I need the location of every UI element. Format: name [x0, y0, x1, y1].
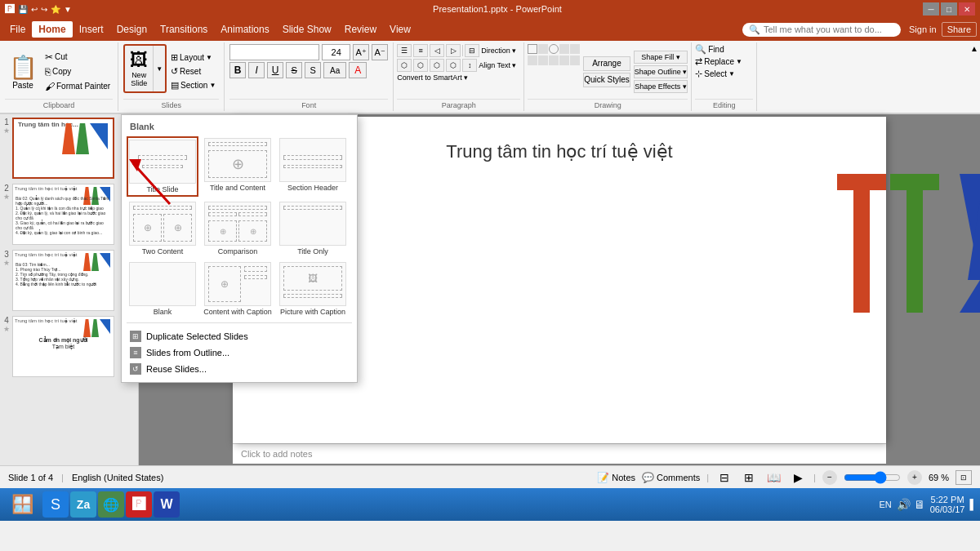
copy-btn[interactable]: ⎘ Copy [42, 65, 113, 78]
layout-blank[interactable]: Blank [127, 260, 198, 318]
menu-view[interactable]: View [383, 21, 417, 38]
sign-in-btn[interactable]: Sign in [909, 24, 937, 34]
shape4[interactable] [559, 44, 569, 54]
layout-action-outline[interactable]: ≡ Slides from Outline... [127, 344, 352, 361]
taskbar-zalo[interactable]: Za [70, 491, 96, 518]
view-reading-btn[interactable]: 📖 [764, 469, 782, 486]
slide-thumb-3[interactable]: 3 ★ Trung tâm tin học trí tuệ việt Bài 0… [3, 250, 135, 311]
zoom-in-btn[interactable]: + [907, 470, 922, 485]
paste-btn[interactable]: 📋 Paste [5, 44, 41, 99]
align-text-btn[interactable]: Align Text ▾ [479, 61, 516, 69]
align-center-btn[interactable]: ⬡ [413, 59, 428, 72]
menu-animations[interactable]: Animations [214, 21, 275, 38]
collapse-ribbon-btn[interactable]: ▲ [969, 42, 980, 54]
menu-transitions[interactable]: Transitions [154, 21, 214, 38]
shape-circle[interactable] [549, 44, 559, 54]
menu-file[interactable]: File [3, 21, 32, 38]
zoom-out-btn[interactable]: − [822, 470, 837, 485]
decrease-font-btn[interactable]: A⁻ [372, 44, 388, 60]
layout-section-header[interactable]: Section Header [277, 136, 349, 197]
shape-rect[interactable] [528, 44, 537, 54]
quick-styles-btn[interactable]: Quick Styles [583, 73, 630, 87]
zoom-slider[interactable] [844, 471, 901, 484]
new-slide-dropdown[interactable]: ▼ [154, 46, 165, 91]
share-btn[interactable]: Share [942, 22, 977, 37]
layout-btn[interactable]: ⊞ Layout ▼ [168, 51, 218, 64]
font-size-input[interactable] [322, 44, 350, 60]
shape9[interactable] [559, 56, 569, 65]
arrange-btn[interactable]: Arrange [583, 56, 630, 71]
slide-thumb-2[interactable]: 2 ★ Trung tâm tin học trí tuệ việt Bài 0… [3, 184, 135, 245]
close-btn[interactable]: ✕ [959, 2, 975, 16]
comments-btn[interactable]: 💬 Comments [642, 472, 700, 483]
align-left-btn[interactable]: ⬡ [397, 59, 412, 72]
slide-canvas-1[interactable]: Trung tâm tin học... [12, 118, 114, 179]
menu-home[interactable]: Home [32, 21, 72, 38]
cut-btn[interactable]: ✂ Cut [42, 51, 113, 64]
menu-review[interactable]: Review [338, 21, 383, 38]
show-desktop-btn[interactable]: ▌ [969, 499, 977, 510]
shape5[interactable] [570, 44, 580, 54]
layout-action-reuse[interactable]: ↺ Reuse Slides... [127, 361, 352, 377]
format-painter-btn[interactable]: 🖌 Format Painter [42, 80, 113, 93]
slide-notes-area[interactable]: Click to add notes [233, 443, 886, 464]
slide-canvas-2[interactable]: Trung tâm tin học trí tuệ việt Bài 02: Q… [12, 184, 114, 245]
quick-redo[interactable]: ↪ [41, 5, 47, 14]
reset-btn[interactable]: ↺ Reset [168, 65, 218, 78]
indent-increase-btn[interactable]: ▷ [446, 44, 461, 57]
shape2[interactable] [538, 44, 548, 54]
layout-title-slide[interactable]: Title Slide [127, 136, 198, 197]
slide-thumb-1[interactable]: 1 ★ Trung tâm tin học... [3, 118, 135, 179]
taskbar-ppt[interactable]: 🅿 [126, 491, 152, 518]
font-color-btn[interactable]: A [349, 62, 367, 78]
quick-star[interactable]: ⭐ [51, 5, 60, 14]
taskbar-app3[interactable]: 🌐 [98, 491, 124, 518]
shape-fill-btn[interactable]: Shape Fill ▾ [634, 51, 688, 64]
slide-canvas-4[interactable]: Trung tâm tin học trí tuệ việt Cảm ơn mọ… [12, 316, 114, 377]
search-box[interactable]: 🔍 [742, 23, 901, 37]
col-layout-btn[interactable]: ⊟ [465, 44, 479, 57]
increase-font-btn[interactable]: A⁺ [353, 44, 369, 60]
shape-effects-btn[interactable]: Shape Effects ▾ [634, 80, 688, 93]
bullet-list-btn[interactable]: ☰ [397, 44, 412, 57]
underline-btn[interactable]: U [267, 62, 283, 78]
shape-outline-btn[interactable]: Shape Outline ▾ [634, 65, 688, 78]
find-btn[interactable]: 🔍 Find [695, 44, 753, 55]
search-input[interactable] [764, 24, 894, 34]
layout-title-content[interactable]: ⊕ Title and Content [202, 136, 274, 197]
layout-picture-caption[interactable]: 🖼 Picture with Caption [277, 260, 349, 318]
justify-btn[interactable]: ⬡ [446, 59, 461, 72]
view-normal-btn[interactable]: ⊟ [715, 469, 733, 486]
quick-dropdown[interactable]: ▼ [64, 5, 72, 14]
case-btn[interactable]: Aa [323, 62, 346, 78]
new-slide-main[interactable]: 🖼 New Slide [125, 46, 154, 91]
layout-title-only[interactable]: Title Only [277, 200, 349, 257]
maximize-btn[interactable]: □ [941, 2, 957, 16]
notes-btn[interactable]: 📝 Notes [597, 472, 635, 483]
textshadow-btn[interactable]: S [305, 62, 321, 78]
shape6[interactable] [528, 56, 537, 65]
layout-comparison[interactable]: ⊕ ⊕ Comparison [202, 200, 274, 257]
bold-btn[interactable]: B [229, 62, 246, 78]
section-btn[interactable]: ▤ Section ▼ [168, 79, 218, 91]
font-name-input[interactable] [229, 44, 319, 60]
collapse-icon[interactable]: ▲ [969, 42, 980, 54]
shape10[interactable] [570, 56, 580, 65]
numbered-list-btn[interactable]: ≡ [413, 44, 428, 57]
layout-action-duplicate[interactable]: ⊞ Duplicate Selected Slides [127, 328, 352, 344]
taskbar-skype[interactable]: S [42, 491, 69, 518]
indent-decrease-btn[interactable]: ◁ [430, 44, 444, 57]
shape8[interactable] [549, 56, 559, 65]
line-spacing-btn[interactable]: ↕ [462, 59, 477, 72]
align-right-btn[interactable]: ⬡ [430, 59, 444, 72]
convert-smartart-btn[interactable]: Convert to SmartArt ▾ [397, 73, 468, 82]
menu-slideshow[interactable]: Slide Show [276, 21, 338, 38]
layout-two-content[interactable]: ⊕ ⊕ Two Content [127, 200, 198, 257]
view-sort-btn[interactable]: ⊞ [740, 469, 758, 486]
menu-insert[interactable]: Insert [73, 21, 110, 38]
replace-btn[interactable]: ⇄ Replace ▼ [695, 56, 753, 67]
select-btn[interactable]: ⊹ Select ▼ [695, 69, 753, 79]
strikethrough-btn[interactable]: S [286, 62, 302, 78]
quick-save[interactable]: 💾 [18, 5, 28, 14]
shape7[interactable] [538, 56, 548, 65]
